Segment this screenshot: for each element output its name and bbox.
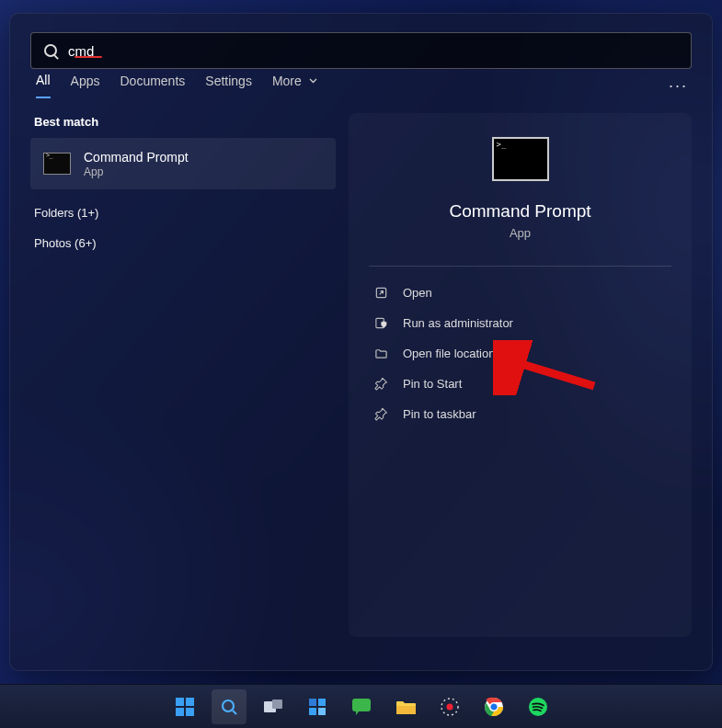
svg-rect-5 [176, 708, 184, 716]
taskbar-spotify[interactable] [521, 689, 556, 724]
svg-rect-6 [186, 708, 194, 716]
search-box[interactable] [30, 32, 692, 69]
divider [369, 266, 671, 267]
chevron-down-icon [309, 72, 317, 86]
taskbar-explorer[interactable] [388, 689, 423, 724]
detail-title: Command Prompt [369, 201, 671, 222]
svg-rect-13 [309, 708, 316, 715]
results-column: Best match Command Prompt App Folders (1… [30, 113, 336, 637]
action-label: Open file location [403, 347, 495, 360]
search-row [10, 14, 712, 73]
action-label: Pin to Start [403, 377, 462, 391]
svg-rect-11 [309, 699, 316, 706]
more-options-button[interactable]: ··· [669, 76, 688, 96]
action-pin-start[interactable]: Pin to Start [369, 369, 671, 399]
best-match-label: Best match [34, 115, 336, 129]
taskbar-start[interactable] [167, 689, 202, 724]
tabs: All Apps Documents Settings More ··· [10, 73, 712, 108]
action-label: Pin to taskbar [403, 407, 476, 421]
tab-all[interactable]: All [36, 73, 51, 98]
tab-more[interactable]: More [272, 74, 317, 97]
taskbar [0, 684, 722, 728]
action-label: Open [403, 286, 432, 300]
svg-rect-15 [352, 699, 371, 711]
best-match-subtitle: App [84, 165, 189, 178]
detail-app-icon [492, 137, 549, 181]
actions-list: Open Run as administrator Open file loca… [369, 278, 671, 429]
best-match-title: Command Prompt [84, 149, 189, 165]
pin-icon [374, 377, 388, 391]
svg-line-8 [233, 711, 236, 714]
taskbar-widgets[interactable] [300, 689, 335, 724]
folders-result[interactable]: Folders (1+) [34, 206, 336, 220]
taskbar-taskview[interactable] [256, 689, 291, 724]
tab-more-label: More [272, 74, 302, 88]
search-icon [44, 44, 57, 57]
svg-rect-12 [318, 699, 326, 706]
tab-settings[interactable]: Settings [205, 74, 252, 97]
search-panel: All Apps Documents Settings More ··· Bes… [9, 13, 713, 671]
action-open[interactable]: Open [369, 278, 671, 308]
taskbar-search[interactable] [212, 689, 246, 724]
svg-rect-10 [272, 700, 282, 709]
action-label: Run as administrator [403, 316, 513, 330]
svg-rect-4 [186, 698, 194, 706]
cmd-icon [43, 153, 71, 175]
taskbar-chat[interactable] [344, 689, 379, 724]
shield-icon [374, 316, 388, 330]
folder-icon [374, 347, 388, 360]
best-match-item[interactable]: Command Prompt App [30, 138, 336, 189]
svg-point-7 [223, 700, 234, 711]
action-run-admin[interactable]: Run as administrator [369, 308, 671, 338]
tab-documents[interactable]: Documents [120, 74, 185, 97]
svg-rect-3 [176, 698, 184, 706]
tab-apps[interactable]: Apps [71, 74, 100, 97]
taskbar-app[interactable] [432, 689, 467, 724]
action-pin-taskbar[interactable]: Pin to taskbar [369, 399, 671, 429]
photos-result[interactable]: Photos (6+) [34, 236, 336, 250]
action-open-location[interactable]: Open file location [369, 338, 671, 369]
taskbar-chrome[interactable] [476, 689, 511, 724]
detail-pane: Command Prompt App Open Run as administr… [349, 113, 692, 637]
detail-subtitle: App [369, 226, 671, 240]
pin-icon [374, 407, 388, 421]
svg-rect-16 [396, 706, 416, 714]
search-input[interactable] [68, 43, 678, 59]
best-match-text: Command Prompt App [84, 149, 189, 178]
svg-point-18 [446, 703, 453, 710]
open-icon [374, 286, 388, 300]
svg-rect-14 [318, 708, 326, 715]
